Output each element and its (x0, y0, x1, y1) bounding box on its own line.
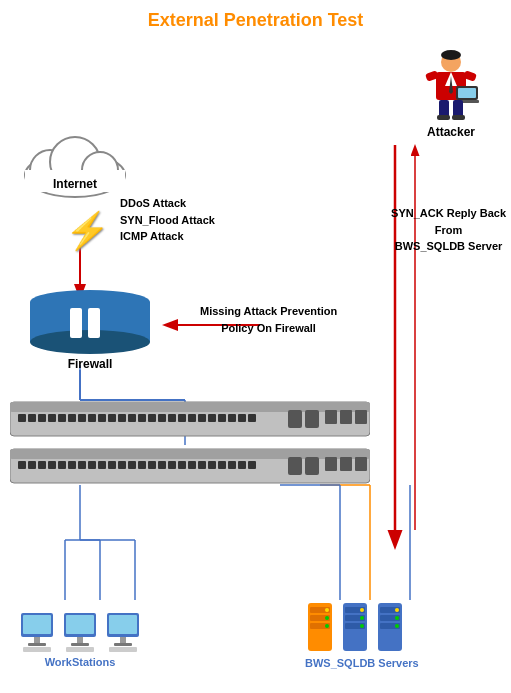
svg-rect-85 (218, 461, 226, 469)
svg-rect-55 (228, 414, 236, 422)
svg-rect-53 (208, 414, 216, 422)
svg-point-141 (395, 608, 399, 612)
svg-rect-117 (66, 647, 94, 652)
svg-rect-38 (58, 414, 66, 422)
svg-rect-84 (208, 461, 216, 469)
firewall-container: Firewall (20, 290, 160, 370)
svg-point-129 (325, 624, 329, 628)
svg-rect-81 (178, 461, 186, 469)
svg-rect-30 (70, 308, 82, 338)
svg-rect-86 (228, 461, 236, 469)
svg-rect-45 (128, 414, 136, 422)
workstations-label: WorkStations (18, 656, 142, 668)
svg-rect-83 (198, 461, 206, 469)
svg-rect-44 (118, 414, 126, 422)
server-icon-blue-1 (340, 601, 370, 653)
svg-rect-43 (108, 414, 116, 422)
svg-rect-59 (305, 410, 319, 428)
svg-rect-79 (158, 461, 166, 469)
svg-rect-87 (238, 461, 246, 469)
monitor-icon-3 (104, 611, 142, 653)
svg-point-143 (395, 624, 399, 628)
sqldb-servers-row (305, 601, 419, 653)
attacker-container: Attacker (421, 50, 481, 139)
ddos-attack-label: DDoS Attack SYN_Flood Attack ICMP Attack (120, 195, 215, 245)
svg-rect-58 (288, 410, 302, 428)
svg-point-135 (360, 616, 364, 620)
svg-rect-73 (98, 461, 106, 469)
svg-rect-52 (198, 414, 206, 422)
svg-rect-35 (28, 414, 36, 422)
svg-rect-77 (138, 461, 146, 469)
svg-point-134 (360, 608, 364, 612)
svg-rect-54 (218, 414, 226, 422)
svg-rect-69 (58, 461, 66, 469)
svg-rect-112 (23, 647, 51, 652)
svg-rect-67 (38, 461, 46, 469)
server-icon-orange (305, 601, 335, 653)
svg-rect-31 (88, 308, 100, 338)
attacker-figure-icon (421, 50, 481, 125)
svg-rect-110 (34, 637, 40, 643)
svg-rect-82 (188, 461, 196, 469)
svg-rect-109 (23, 615, 51, 634)
svg-rect-116 (71, 643, 89, 646)
svg-rect-119 (109, 615, 137, 634)
svg-rect-78 (148, 461, 156, 469)
svg-rect-66 (28, 461, 36, 469)
firewall-label: Firewall (68, 357, 113, 371)
svg-point-107 (441, 50, 461, 60)
svg-rect-36 (38, 414, 46, 422)
svg-rect-49 (168, 414, 176, 422)
svg-rect-47 (148, 414, 156, 422)
svg-rect-46 (138, 414, 146, 422)
svg-text:Internet: Internet (53, 177, 97, 191)
svg-point-128 (325, 616, 329, 620)
svg-rect-90 (305, 457, 319, 475)
svg-rect-40 (78, 414, 86, 422)
svg-rect-42 (98, 414, 106, 422)
svg-rect-89 (288, 457, 302, 475)
svg-rect-122 (109, 647, 137, 652)
page-title: External Penetration Test (0, 0, 511, 31)
svg-rect-121 (114, 643, 132, 646)
svg-rect-60 (325, 410, 337, 424)
internet-cloud: Internet (20, 130, 130, 200)
sqldb-container: BWS_SQLDB Servers (305, 601, 419, 671)
firewall-drum (25, 290, 155, 355)
workstations-container: WorkStations (18, 611, 142, 668)
lightning-icon: ⚡ (65, 210, 110, 252)
svg-rect-37 (48, 414, 56, 422)
svg-rect-101 (458, 88, 476, 98)
missing-policy-label: Missing Attack Prevention Policy On Fire… (200, 303, 337, 336)
svg-rect-115 (77, 637, 83, 643)
svg-rect-93 (355, 457, 367, 471)
svg-point-136 (360, 624, 364, 628)
svg-rect-106 (452, 115, 465, 120)
svg-rect-111 (28, 643, 46, 646)
svg-rect-56 (238, 414, 246, 422)
svg-rect-39 (68, 414, 76, 422)
svg-rect-70 (68, 461, 76, 469)
svg-rect-105 (437, 115, 450, 120)
svg-rect-62 (355, 410, 367, 424)
svg-rect-76 (128, 461, 136, 469)
svg-rect-57 (248, 414, 256, 422)
svg-rect-92 (340, 457, 352, 471)
svg-rect-71 (78, 461, 86, 469)
svg-rect-88 (248, 461, 256, 469)
svg-point-142 (395, 616, 399, 620)
svg-rect-34 (18, 414, 26, 422)
svg-rect-48 (158, 414, 166, 422)
network-switch-1 (10, 400, 370, 438)
svg-rect-75 (118, 461, 126, 469)
svg-rect-91 (325, 457, 337, 471)
svg-rect-68 (48, 461, 56, 469)
attacker-label: Attacker (427, 125, 475, 139)
monitor-icon-2 (61, 611, 99, 653)
network-switch-2 (10, 447, 370, 485)
syn-ack-label: SYN_ACK Reply Back From BWS_SQLDB Server (391, 205, 506, 255)
svg-rect-72 (88, 461, 96, 469)
svg-rect-80 (168, 461, 176, 469)
svg-rect-74 (108, 461, 116, 469)
